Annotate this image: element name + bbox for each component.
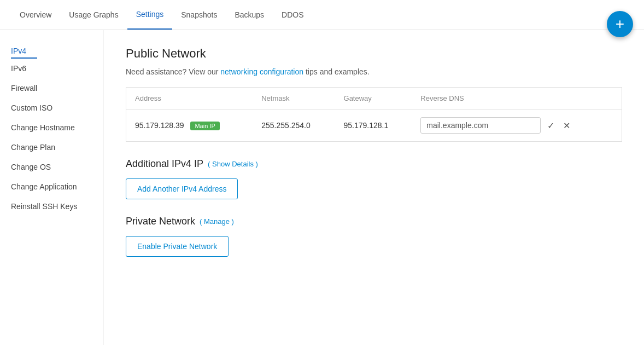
- additional-ipv4-section: Additional IPv4 IP ( Show Details ) Add …: [126, 158, 622, 199]
- fab-add-button[interactable]: +: [607, 11, 633, 37]
- nav-item-usage-graphs[interactable]: Usage Graphs: [60, 1, 127, 29]
- public-network-title: Public Network: [126, 47, 622, 61]
- gateway-cell: 95.179.128.1: [335, 109, 412, 142]
- col-reverse-dns: Reverse DNS: [412, 88, 622, 109]
- network-table: Address Netmask Gateway Reverse DNS 95.1…: [126, 87, 622, 142]
- nav-item-snapshots[interactable]: Snapshots: [172, 1, 226, 29]
- additional-ipv4-header: Additional IPv4 IP ( Show Details ): [126, 158, 622, 170]
- rdns-cancel-button[interactable]: ✕: [561, 119, 572, 132]
- assist-text: Need assistance? View our networking con…: [126, 67, 622, 76]
- col-address: Address: [126, 88, 253, 109]
- sidebar-item-change-hostname[interactable]: Change Hostname: [0, 118, 103, 137]
- enable-private-network-button[interactable]: Enable Private Network: [126, 236, 229, 257]
- private-network-title: Private Network: [126, 216, 195, 227]
- table-header-row: Address Netmask Gateway Reverse DNS: [126, 88, 622, 109]
- nav-item-settings[interactable]: Settings: [127, 0, 173, 30]
- main-content: Public Network Need assistance? View our…: [104, 30, 644, 345]
- nav-item-overview[interactable]: Overview: [11, 1, 60, 29]
- main-ip-badge: Main IP: [190, 122, 219, 130]
- top-nav: Overview Usage Graphs Settings Snapshots…: [0, 0, 644, 30]
- rdns-input[interactable]: [420, 117, 541, 134]
- networking-config-link[interactable]: networking configuration: [220, 67, 303, 76]
- netmask-cell: 255.255.254.0: [253, 109, 335, 142]
- col-gateway: Gateway: [335, 88, 412, 109]
- private-network-section: Private Network ( Manage ) Enable Privat…: [126, 216, 622, 257]
- sidebar: IPv4 IPv6 Firewall Custom ISO Change Hos…: [0, 30, 104, 345]
- main-layout: IPv4 IPv6 Firewall Custom ISO Change Hos…: [0, 30, 644, 345]
- sidebar-item-change-application[interactable]: Change Application: [0, 177, 103, 197]
- additional-ipv4-title: Additional IPv4 IP: [126, 158, 203, 170]
- sidebar-item-ipv4[interactable]: IPv4: [11, 41, 37, 59]
- sidebar-item-reinstall-ssh[interactable]: Reinstall SSH Keys: [0, 197, 103, 216]
- add-ipv4-button[interactable]: Add Another IPv4 Address: [126, 178, 238, 199]
- nav-item-ddos[interactable]: DDOS: [273, 1, 312, 29]
- sidebar-item-ipv6[interactable]: IPv6: [0, 59, 103, 78]
- rdns-cell: ✓ ✕: [412, 109, 622, 142]
- col-netmask: Netmask: [253, 88, 335, 109]
- manage-link[interactable]: ( Manage ): [200, 217, 234, 226]
- rdns-confirm-button[interactable]: ✓: [545, 119, 557, 132]
- nav-item-backups[interactable]: Backups: [226, 1, 273, 29]
- public-network-section: Public Network Need assistance? View our…: [126, 47, 622, 142]
- ip-address: 95.179.128.39: [135, 121, 184, 130]
- address-cell: 95.179.128.39 Main IP: [126, 109, 253, 142]
- table-row: 95.179.128.39 Main IP 255.255.254.0 95.1…: [126, 109, 622, 142]
- show-details-link[interactable]: ( Show Details ): [208, 160, 258, 168]
- private-network-header: Private Network ( Manage ): [126, 216, 622, 227]
- sidebar-item-custom-iso[interactable]: Custom ISO: [0, 98, 103, 118]
- sidebar-item-firewall[interactable]: Firewall: [0, 78, 103, 98]
- sidebar-item-change-os[interactable]: Change OS: [0, 157, 103, 177]
- sidebar-item-change-plan[interactable]: Change Plan: [0, 137, 103, 157]
